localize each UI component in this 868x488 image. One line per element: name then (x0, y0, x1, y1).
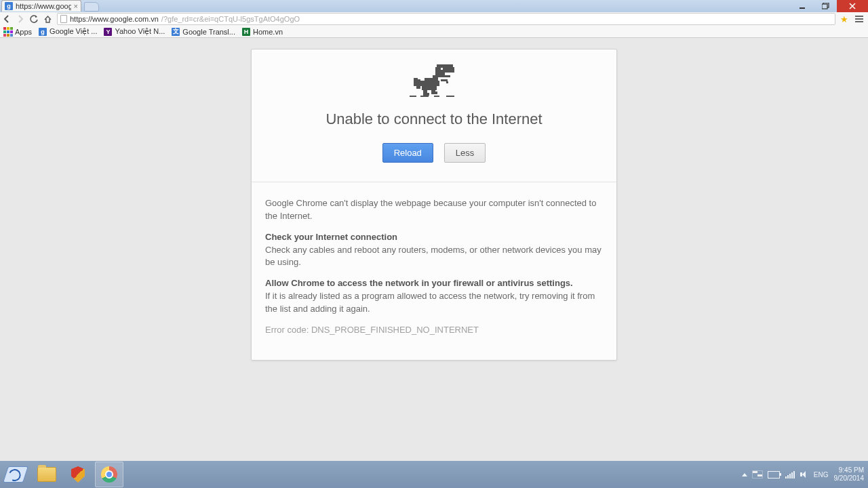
title-bar: g https://www.goog × (0, 0, 868, 13)
url-host: https://www.google.com.vn (70, 15, 159, 23)
star-icon: ★ (840, 14, 848, 24)
suggestion-1: Check your Internet connectionCheck any … (265, 231, 603, 270)
new-tab-button[interactable] (84, 2, 99, 12)
taskbar-clock[interactable]: 9:45 PM 9/20/2014 (834, 466, 865, 483)
bookmark-google-viet[interactable]: g Google Việt ... (39, 27, 97, 36)
taskbar: ENG 9:45 PM 9/20/2014 (0, 461, 868, 488)
navigation-bar: https://www.google.com.vn/?gfe_rd=cr&ei=… (0, 12, 868, 26)
chrome-icon (101, 466, 117, 483)
svg-rect-4 (435, 67, 454, 70)
folder-icon (37, 467, 56, 482)
taskbar-explorer[interactable] (31, 461, 62, 488)
bookmark-gtranslate[interactable]: 文 Google Transl... (172, 28, 235, 36)
svg-rect-2 (822, 4, 827, 9)
taskbar-ie[interactable] (0, 461, 31, 488)
gtranslate-favicon: 文 (172, 28, 180, 36)
less-button[interactable]: Less (444, 143, 486, 163)
hamburger-icon (855, 16, 863, 17)
svg-rect-18 (431, 90, 435, 94)
system-tray: ENG 9:45 PM 9/20/2014 (742, 461, 868, 488)
back-button[interactable] (0, 12, 14, 26)
home-icon (43, 15, 52, 24)
language-indicator[interactable]: ENG (814, 471, 829, 479)
window-minimize-button[interactable] (791, 0, 814, 12)
bookmark-yahoo[interactable]: Y Yahoo Việt N... (104, 27, 165, 36)
page-icon (60, 15, 67, 23)
maximize-icon (822, 3, 829, 9)
svg-rect-5 (435, 70, 454, 73)
svg-rect-22 (434, 96, 439, 97)
svg-rect-3 (437, 64, 453, 67)
bookmark-label: Yahoo Việt N... (115, 27, 165, 36)
svg-rect-6 (435, 73, 445, 75)
close-icon (849, 3, 856, 9)
svg-rect-14 (446, 81, 448, 83)
clock-date: 9/20/2014 (834, 474, 865, 483)
page-viewport: Unable to connect to the Internet Reload… (0, 38, 868, 461)
svg-rect-17 (427, 93, 429, 96)
tray-overflow-button[interactable] (742, 473, 747, 476)
browser-tab[interactable]: g https://www.goog × (1, 0, 81, 12)
tab-title: https://www.goog (16, 2, 71, 10)
tab-close-icon[interactable]: × (74, 3, 78, 10)
suggestion-2: Allow Chrome to access the network in yo… (265, 277, 603, 316)
error-code: Error code: DNS_PROBE_FINISHED_NO_INTERN… (265, 324, 603, 337)
battery-icon[interactable] (768, 471, 780, 479)
bookmark-homevn[interactable]: H Home.vn (242, 28, 283, 36)
bookmark-label: Google Transl... (182, 28, 235, 36)
svg-rect-13 (441, 79, 448, 81)
home-button[interactable] (41, 12, 54, 26)
action-center-icon[interactable] (753, 471, 762, 478)
ie-icon (3, 466, 28, 483)
minimize-icon (799, 3, 806, 9)
google-favicon: g (39, 28, 47, 36)
bookmarks-bar: Apps g Google Việt ... Y Yahoo Việt N...… (0, 26, 868, 38)
svg-rect-20 (410, 96, 416, 97)
arrow-right-icon (16, 15, 24, 23)
arrow-left-icon (3, 15, 11, 23)
reload-button-main[interactable]: Reload (382, 143, 433, 163)
reload-button[interactable] (27, 12, 41, 26)
chrome-menu-button[interactable] (853, 12, 865, 26)
apps-grid-icon (4, 28, 12, 36)
svg-rect-0 (800, 7, 805, 9)
svg-rect-23 (446, 96, 454, 97)
forward-button[interactable] (14, 12, 27, 26)
yahoo-favicon: Y (104, 28, 112, 36)
bookmark-label: Apps (15, 28, 32, 36)
bookmark-label: Google Việt ... (50, 27, 97, 36)
volume-icon[interactable] (800, 470, 808, 479)
svg-rect-16 (423, 90, 427, 96)
homevn-favicon: H (242, 28, 250, 36)
svg-rect-15 (422, 86, 437, 90)
window-maximize-button[interactable] (814, 0, 837, 12)
bookmark-apps[interactable]: Apps (4, 28, 32, 36)
svg-rect-21 (420, 96, 429, 97)
window-close-button[interactable] (837, 0, 868, 12)
bookmark-label: Home.vn (253, 28, 283, 36)
svg-rect-12 (414, 78, 418, 86)
error-card: Unable to connect to the Internet Reload… (251, 49, 617, 361)
taskbar-security[interactable] (62, 461, 94, 488)
taskbar-chrome[interactable] (94, 461, 125, 488)
tab-favicon-google: g (5, 2, 13, 10)
error-message-main: Google Chrome can't display the webpage … (265, 197, 603, 223)
svg-rect-24 (441, 68, 443, 70)
network-signal-icon[interactable] (785, 470, 795, 479)
error-headline: Unable to connect to the Internet (265, 110, 603, 128)
clock-time: 9:45 PM (834, 466, 865, 474)
reload-icon (30, 15, 39, 24)
address-bar[interactable]: https://www.google.com.vn/?gfe_rd=cr&ei=… (57, 13, 835, 25)
dino-icon (410, 64, 458, 98)
svg-rect-10 (419, 81, 439, 86)
svg-rect-19 (435, 92, 437, 94)
shield-icon (71, 466, 85, 483)
bookmark-star-button[interactable]: ★ (838, 14, 850, 24)
url-path: /?gfe_rd=cr&ei=qCTqU-l5gsTgAtO4gOgO (161, 15, 300, 23)
